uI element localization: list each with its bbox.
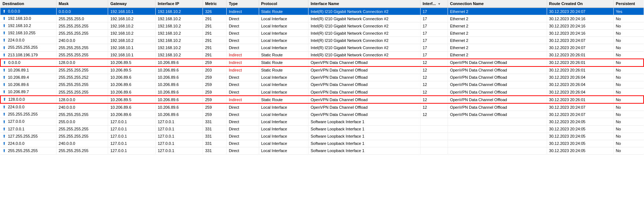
cell-persistent: No [613, 74, 644, 81]
cell-type: Direct [226, 111, 259, 118]
col-gateway[interactable]: Gateway [108, 0, 155, 8]
table-row[interactable]: ⬆127.255.255.255255.255.255.255127.0.0.1… [0, 133, 644, 140]
table-body: ⬆0.0.0.00.0.0.0192.168.10.1192.168.10.23… [0, 8, 644, 154]
table-row[interactable]: ⬆255.255.255.255255.255.255.25510.206.89… [0, 111, 644, 118]
table-row[interactable]: ⬆128.0.0.0128.0.0.010.206.89.510.206.89.… [0, 96, 644, 103]
cell-route-created: 30.12.2023 20:24:05 [547, 118, 613, 125]
table-row[interactable]: ⬆224.0.0.0240.0.0.0127.0.0.1127.0.0.1331… [0, 140, 644, 147]
table-row[interactable]: ⬆0.0.0.0128.0.0.010.206.89.510.206.89.62… [0, 59, 644, 66]
network-route-icon: ⬆ [3, 141, 7, 146]
col-metric[interactable]: Metric [203, 0, 227, 8]
col-protocol[interactable]: Protocol [259, 0, 308, 8]
table-row[interactable]: ⬆192.168.10.255255.255.255.255192.168.10… [0, 30, 644, 37]
cell-connection-name: Ethernet 2 [448, 37, 547, 44]
cell-protocol: Local Interface [259, 111, 308, 118]
cell-destination: ⬆224.0.0.0 [0, 140, 56, 147]
cell-interf: 12 [420, 81, 448, 88]
cell-persistent: No [613, 147, 644, 154]
cell-connection-name: OpenVPN Data Channel Offload [448, 88, 547, 96]
cell-connection-name [448, 125, 547, 133]
cell-protocol: Static Route [259, 8, 308, 15]
table-row[interactable]: ⬆255.255.255.255255.255.255.255192.168.1… [0, 44, 644, 51]
col-persistent[interactable]: Persistent [613, 0, 644, 8]
cell-persistent: No [613, 81, 644, 88]
cell-persistent: No [613, 15, 644, 22]
cell-gateway: 10.206.89.6 [108, 81, 155, 88]
table-row[interactable]: ⬆192.168.10.2255.255.255.255192.168.10.2… [0, 22, 644, 30]
cell-persistent: No [613, 88, 644, 96]
col-interface-name[interactable]: Interface Name [308, 0, 420, 8]
cell-interf: 12 [420, 103, 448, 111]
cell-protocol: Local Interface [259, 125, 308, 133]
table-row[interactable]: ⬆255.255.255.255255.255.255.255127.0.0.1… [0, 147, 644, 154]
table-row[interactable]: ⬆192.168.10.0255.255.255.0192.168.10.219… [0, 15, 644, 22]
cell-gateway: 10.206.89.6 [108, 88, 155, 96]
cell-metric: 259 [203, 111, 227, 118]
cell-interface-ip: 192.168.10.2 [155, 44, 203, 51]
network-route-icon: ⬆ [3, 90, 7, 94]
table-row[interactable]: ⬆10.206.89.6255.255.255.25510.206.89.610… [0, 81, 644, 88]
cell-connection-name: OpenVPN Data Channel Offload [448, 74, 547, 81]
cell-destination: ⬆127.0.0.1 [0, 125, 56, 133]
cell-gateway: 127.0.0.1 [108, 118, 155, 125]
cell-type: Direct [226, 140, 259, 147]
col-destination[interactable]: Destination [0, 0, 56, 8]
cell-interface-name: Intel(R) I210 Gigabit Network Connection… [308, 37, 420, 44]
cell-destination: ⬆10.206.89.6 [0, 81, 56, 88]
cell-route-created: 30.12.2023 20:24:05 [547, 125, 613, 133]
cell-type: Indirect [226, 8, 259, 15]
table-row[interactable]: ⬆127.0.0.0255.0.0.0127.0.0.1127.0.0.1331… [0, 118, 644, 125]
col-route-created[interactable]: Route Created On [547, 0, 613, 8]
table-row[interactable]: ⬆10.206.89.1255.255.255.25510.206.89.510… [0, 66, 644, 74]
cell-interf: 12 [420, 96, 448, 103]
cell-connection-name: OpenVPN Data Channel Offload [448, 59, 547, 66]
col-interf[interactable]: Interf... ▼ [420, 0, 448, 8]
cell-interface-ip: 10.206.89.6 [155, 111, 203, 118]
cell-persistent: No [613, 59, 644, 66]
cell-type: Indirect [226, 59, 259, 66]
table-row[interactable]: ⬆10.206.89.7255.255.255.25510.206.89.610… [0, 88, 644, 96]
cell-protocol: Local Interface [259, 74, 308, 81]
col-connection-name[interactable]: Connection Name [448, 0, 547, 8]
cell-route-created: 30.12.2023 20:26:01 [547, 59, 613, 66]
cell-mask: 0.0.0.0 [56, 8, 108, 15]
cell-type: Direct [226, 37, 259, 44]
cell-metric: 331 [203, 125, 227, 133]
cell-gateway: 127.0.0.1 [108, 133, 155, 140]
cell-type: Indirect [226, 96, 259, 103]
table-row[interactable]: ⬆127.0.0.1255.255.255.255127.0.0.1127.0.… [0, 125, 644, 133]
cell-mask: 255.255.255.252 [56, 74, 108, 81]
table-row[interactable]: ⬆0.0.0.00.0.0.0192.168.10.1192.168.10.23… [0, 8, 644, 15]
cell-interf: 12 [420, 66, 448, 74]
cell-interf: 17 [420, 51, 448, 59]
cell-interface-name: Intel(R) I210 Gigabit Network Connection… [308, 15, 420, 22]
cell-metric: 291 [203, 30, 227, 37]
table-row[interactable]: ⬆224.0.0.0240.0.0.010.206.89.610.206.89.… [0, 103, 644, 111]
cell-type: Direct [226, 74, 259, 81]
table-row[interactable]: ⬆213.108.196.179255.255.255.255192.168.1… [0, 51, 644, 59]
cell-interf: 12 [420, 59, 448, 66]
network-route-icon: ⬆ [3, 46, 7, 50]
cell-interf [420, 140, 448, 147]
cell-route-created: 30.12.2023 20:26:04 [547, 81, 613, 88]
cell-route-created: 30.12.2023 20:26:04 [547, 74, 613, 81]
cell-metric: 259 [203, 59, 227, 66]
cell-interface-name: Intel(R) I210 Gigabit Network Connection… [308, 51, 420, 59]
cell-route-created: 30.12.2023 20:24:16 [547, 15, 613, 22]
cell-interface-ip: 192.168.10.2 [155, 22, 203, 30]
cell-interface-name: Intel(R) I210 Gigabit Network Connection… [308, 8, 420, 15]
cell-gateway: 10.206.89.5 [108, 59, 155, 66]
cell-persistent: No [613, 44, 644, 51]
cell-protocol: Static Route [259, 51, 308, 59]
col-mask[interactable]: Mask [56, 0, 108, 8]
cell-interface-ip: 10.206.89.6 [155, 88, 203, 96]
cell-connection-name: OpenVPN Data Channel Offload [448, 66, 547, 74]
cell-route-created: 30.12.2023 20:26:01 [547, 66, 613, 74]
table-row[interactable]: ⬆224.0.0.0240.0.0.0192.168.10.2192.168.1… [0, 37, 644, 44]
cell-route-created: 30.12.2023 20:24:07 [547, 8, 613, 15]
cell-persistent: Yes [613, 8, 644, 15]
col-interface-ip[interactable]: Interface IP [155, 0, 203, 8]
col-type[interactable]: Type [226, 0, 259, 8]
cell-connection-name [448, 140, 547, 147]
table-row[interactable]: ⬆10.206.89.4255.255.255.25210.206.89.610… [0, 74, 644, 81]
